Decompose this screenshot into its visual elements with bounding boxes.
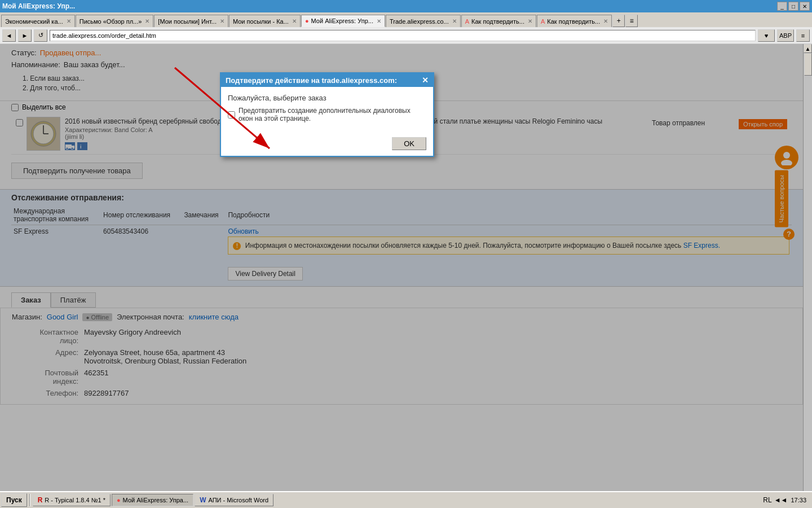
tab-1-close[interactable]: ✕	[145, 18, 149, 24]
dialog-checkbox-label: Предотвратить создание дополнительных ди…	[239, 107, 426, 122]
tab-6-close[interactable]: ✕	[528, 18, 532, 24]
tab-1[interactable]: Письмо «Обзор пл...» ✕	[76, 15, 154, 27]
maximize-btn[interactable]: □	[788, 2, 798, 11]
dialog-close-btn[interactable]: ✕	[422, 76, 429, 85]
dialog-ok-btn[interactable]: OK	[392, 137, 426, 150]
bookmark-btn[interactable]: ♥	[758, 29, 775, 42]
taskbar-item-1[interactable]: ● Мой AliExpress: Упра...	[112, 494, 193, 506]
title-bar-buttons: _ □ ✕	[777, 2, 810, 11]
address-bar[interactable]: trade.aliexpress.com/order_detail.htm	[50, 30, 756, 41]
tab-3[interactable]: Мои посылки - Ка... ✕	[229, 15, 301, 27]
tab-7-label: Как подтвердить...	[547, 18, 600, 25]
nav-bar: ◄ ► ↺ trade.aliexpress.com/order_detail.…	[0, 27, 812, 44]
tab-0-close[interactable]: ✕	[67, 18, 71, 24]
start-button[interactable]: Пуск	[1, 493, 27, 507]
dialog-title: Подтвердите действие на trade.aliexpress…	[226, 76, 397, 85]
tab-2-label: [Мои посылки] Инт...	[158, 18, 217, 25]
page-content: Статус: Продавец отпра... Напоминание: В…	[0, 44, 803, 508]
dialog-btn-row: OK	[221, 134, 433, 156]
dialog-body: Пожалуйста, выберите заказ Предотвратить…	[221, 87, 433, 134]
tab-3-label: Мои посылки - Ка...	[233, 18, 289, 25]
tab-4-close[interactable]: ✕	[377, 18, 381, 24]
dialog-checkbox[interactable]	[228, 111, 235, 119]
systray: RL ◄◄	[763, 496, 787, 504]
tab-6-favicon: A	[465, 18, 469, 25]
browser-window: Мой AliExpress: Упр... _ □ ✕ Экономическ…	[0, 0, 812, 508]
tab-3-close[interactable]: ✕	[292, 18, 297, 24]
tab-2[interactable]: [Мои посылки] Инт... ✕	[154, 15, 228, 27]
dialog-box: Подтвердите действие на trade.aliexpress…	[220, 72, 434, 157]
tab-4-favicon: ●	[305, 17, 309, 24]
dialog-overlay: Подтвердите действие на trade.aliexpress…	[0, 44, 803, 508]
forward-btn[interactable]: ►	[18, 29, 32, 42]
scroll-up-btn[interactable]: ▲	[804, 44, 812, 53]
scroll-track[interactable]	[804, 53, 812, 499]
taskbar-item-0-icon: R	[38, 496, 43, 504]
tab-5[interactable]: Trade.aliexpress.co... ✕	[386, 15, 461, 27]
tab-4[interactable]: ● Мой AliExpress: Упр... ✕	[301, 15, 385, 27]
tab-7[interactable]: A Как подтвердить... ✕	[537, 15, 612, 27]
menu-btn[interactable]: ≡	[796, 29, 810, 42]
more-tabs-btn[interactable]: ≡	[625, 15, 638, 27]
systray-icon-2: ◄◄	[774, 496, 788, 504]
tab-0-label: Экономический ка...	[5, 18, 63, 25]
tab-6[interactable]: A Как подтвердить... ✕	[461, 15, 536, 27]
reload-btn[interactable]: ↺	[34, 29, 47, 42]
taskbar-separator	[29, 494, 30, 506]
new-tab-btn[interactable]: +	[612, 15, 625, 27]
taskbar-item-0[interactable]: R R - Typical 1.8.4 №1 *	[33, 494, 111, 506]
tab-1-label: Письмо «Обзор пл...»	[80, 18, 142, 25]
browser-content: Статус: Продавец отпра... Напоминание: В…	[0, 44, 812, 508]
taskbar-item-1-label: Мой AliExpress: Упра...	[123, 497, 189, 503]
taskbar-item-2-icon: W	[200, 496, 206, 504]
taskbar-item-2-label: АПИ - Microsoft Word	[208, 497, 268, 503]
taskbar-item-0-label: R - Typical 1.8.4 №1 *	[45, 497, 105, 503]
dialog-message: Пожалуйста, выберите заказ	[228, 94, 426, 102]
scrollbar-right: ▲ ▼	[803, 44, 812, 508]
minimize-btn[interactable]: _	[777, 2, 787, 11]
time-display: 17:33	[788, 497, 809, 503]
taskbar-item-2[interactable]: W АПИ - Microsoft Word	[195, 494, 273, 506]
url-text: trade.aliexpress.com/order_detail.htm	[52, 32, 156, 39]
tab-7-favicon: A	[541, 18, 545, 25]
profile-btn[interactable]: АВР	[777, 29, 794, 42]
dialog-title-bar: Подтвердите действие на trade.aliexpress…	[221, 73, 433, 87]
tab-7-close[interactable]: ✕	[603, 18, 608, 24]
tab-5-close[interactable]: ✕	[452, 18, 457, 24]
taskbar: Пуск R R - Typical 1.8.4 №1 * ● Мой AliE…	[0, 491, 812, 508]
back-btn[interactable]: ◄	[2, 29, 16, 42]
dialog-checkbox-row: Предотвратить создание дополнительных ди…	[228, 107, 426, 122]
taskbar-item-1-icon: ●	[117, 497, 121, 503]
title-bar: Мой AliExpress: Упр... _ □ ✕	[0, 0, 812, 12]
systray-icon-1: RL	[763, 496, 771, 504]
scroll-thumb[interactable]	[804, 53, 812, 76]
tab-4-label: Мой AliExpress: Упр...	[311, 17, 373, 24]
taskbar-right: RL ◄◄ 17:33	[761, 496, 811, 504]
tab-bar: Экономический ка... ✕ Письмо «Обзор пл..…	[0, 12, 812, 27]
tab-5-label: Trade.aliexpress.co...	[390, 18, 449, 25]
tab-6-label: Как подтвердить...	[471, 18, 524, 25]
close-btn[interactable]: ✕	[800, 2, 810, 11]
tab-2-close[interactable]: ✕	[220, 18, 224, 24]
tab-0[interactable]: Экономический ка... ✕	[1, 15, 75, 27]
title-bar-text: Мой AliExpress: Упр...	[2, 2, 777, 10]
